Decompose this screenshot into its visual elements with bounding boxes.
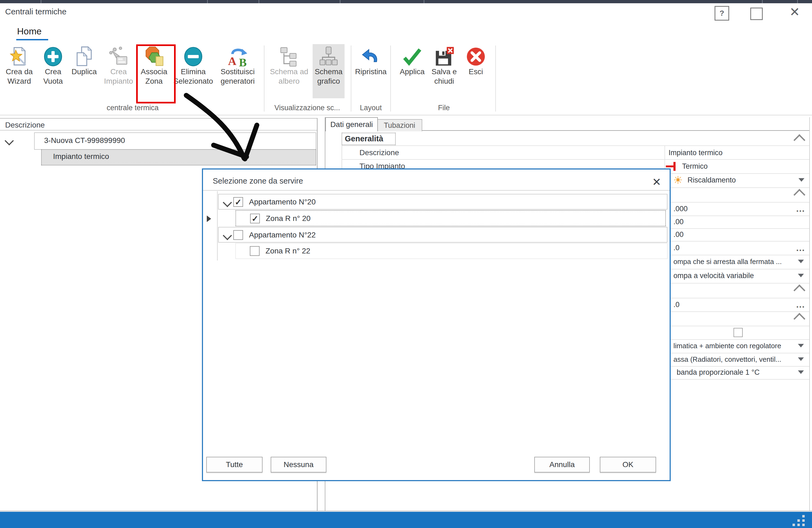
resize-grip[interactable] — [793, 524, 795, 526]
section-row[interactable] — [671, 311, 809, 326]
resize-grip[interactable] — [802, 519, 805, 522]
ellipsis-button[interactable]: … — [796, 245, 806, 251]
check-icon: ✓ — [235, 197, 242, 207]
tree-collapse-icon[interactable] — [223, 198, 232, 207]
property-row[interactable]: ompa a velocità variabile — [671, 269, 809, 284]
property-row[interactable]: assa (Radiatori, convettori, ventil... — [671, 353, 809, 367]
dropdown-caret-icon[interactable] — [798, 274, 804, 277]
property-value: Impianto termico — [669, 149, 723, 157]
collapse-section-icon[interactable] — [794, 134, 806, 146]
property-row[interactable] — [671, 326, 809, 340]
collapse-section-icon[interactable] — [794, 189, 806, 201]
maximize-button[interactable] — [750, 8, 763, 20]
button-label: Elimina — [181, 67, 206, 76]
checkbox-unchecked[interactable] — [250, 246, 260, 256]
esci-button[interactable]: Esci — [461, 44, 491, 98]
annulla-button[interactable]: Annulla — [534, 457, 590, 472]
ripristina-button[interactable]: Ripristina — [353, 44, 388, 98]
tree-expand-icon[interactable] — [4, 136, 14, 145]
crea-da-wizard-button[interactable]: Crea da Wizard — [3, 44, 36, 98]
dropdown-caret-icon[interactable] — [798, 370, 804, 374]
checkbox-checked[interactable]: ✓ — [233, 197, 243, 207]
section-row[interactable] — [671, 283, 809, 298]
property-row[interactable]: .0 … — [671, 298, 809, 312]
close-icon: ✕ — [652, 176, 661, 188]
property-row[interactable]: .000 … — [671, 202, 809, 216]
ok-button[interactable]: OK — [600, 457, 656, 472]
strip-separator — [762, 0, 763, 3]
duplica-button[interactable]: Duplica — [69, 44, 99, 98]
schema-grafico-button[interactable]: Schema grafico — [313, 44, 345, 98]
button-label: Crea — [111, 67, 127, 76]
button-label: albero — [278, 76, 300, 86]
button-label: Selezionato — [174, 76, 213, 86]
group-label-layout: Layout — [352, 104, 390, 112]
dropdown-caret-icon[interactable] — [798, 260, 804, 263]
strip-separator — [340, 0, 340, 3]
ellipsis-button[interactable]: … — [796, 302, 806, 307]
collapse-section-icon[interactable] — [794, 313, 806, 325]
property-value-clipped: .0 — [673, 301, 680, 309]
zone-tree-row-focused[interactable]: ✓ Zona R n° 20 — [235, 210, 666, 226]
statusbar-top-border — [0, 511, 812, 511]
dropdown-caret-icon[interactable] — [798, 357, 804, 361]
dropdown-caret-icon[interactable] — [798, 178, 804, 182]
tree-collapse-icon[interactable] — [223, 231, 232, 240]
row-indicator-icon — [207, 215, 211, 222]
active-tab-gap — [326, 130, 376, 131]
status-bar — [0, 512, 812, 528]
sostituisci-generatori-button[interactable]: AB Sostituisci generatori — [216, 44, 259, 98]
collapse-section-icon[interactable] — [794, 285, 806, 297]
resize-grip[interactable] — [797, 519, 800, 522]
duplicate-pages-icon — [74, 46, 95, 67]
tab-dati-generali[interactable]: Dati generali — [325, 117, 378, 131]
tab-tubazioni[interactable]: Tubazioni — [377, 119, 422, 131]
property-row[interactable]: .00 — [671, 228, 809, 242]
dialog-title: Selezione zone da servire — [213, 176, 303, 185]
property-row[interactable]: ompa che si arresta alla fermata ... — [671, 255, 809, 269]
close-button[interactable]: ✕ — [787, 4, 802, 19]
button-label: Duplica — [71, 67, 97, 76]
ribbon-separator — [390, 45, 391, 112]
checkbox-unchecked[interactable] — [734, 328, 743, 337]
checkbox-checked[interactable]: ✓ — [250, 214, 260, 223]
tutte-button[interactable]: Tutte — [206, 457, 263, 472]
elimina-selezionato-button[interactable]: Elimina Selezionato — [173, 44, 214, 98]
button-label: Vuota — [43, 76, 63, 86]
checkbox-unchecked[interactable] — [233, 230, 243, 240]
ellipsis-button[interactable]: … — [796, 206, 806, 211]
dialog-title-divider — [203, 190, 670, 191]
resize-grip[interactable] — [802, 515, 805, 517]
resize-grip[interactable] — [802, 524, 805, 526]
zone-tree-row[interactable]: ✓ Appartamento N°20 — [218, 194, 667, 210]
button-label: Salva e — [432, 67, 456, 76]
graphic-schema-icon — [318, 46, 339, 67]
resize-grip[interactable] — [797, 524, 800, 526]
tab-home[interactable]: Home — [17, 26, 42, 37]
applica-button[interactable]: Applica — [396, 44, 429, 98]
button-label: Schema — [315, 67, 343, 76]
help-button[interactable]: ? — [714, 6, 729, 20]
property-row[interactable]: .0 … — [671, 241, 809, 255]
app-window: Centrali termiche ? ✕ Home Crea da Wizar… — [0, 0, 812, 528]
zone-label: Zona R n° 20 — [266, 214, 310, 223]
svg-text:A: A — [228, 55, 236, 67]
crea-vuota-button[interactable]: Crea Vuota — [38, 44, 68, 98]
dialog-close-button[interactable]: ✕ — [649, 174, 664, 189]
schema-ad-albero-button: Schema ad albero — [267, 44, 311, 98]
tree-root-label: 3-Nuova CT-999899990 — [44, 136, 125, 145]
zone-tree-row[interactable]: Appartamento N°22 — [218, 227, 667, 243]
zone-label: Appartamento N°22 — [249, 231, 316, 239]
property-row[interactable]: limatica + ambiente con regolatore — [671, 339, 809, 353]
property-row[interactable]: .00 — [671, 215, 809, 229]
zone-tree-row[interactable]: Zona R n° 22 — [235, 243, 667, 259]
property-value-clipped: .0 — [673, 244, 680, 252]
property-row[interactable]: banda proporzionale 1 °C — [671, 366, 809, 380]
tree-child-label: Impianto termico — [53, 152, 109, 161]
nessuna-button[interactable]: Nessuna — [271, 457, 327, 472]
salva-e-chiudi-button[interactable]: Salva e chiudi — [429, 44, 460, 98]
crea-impianto-button: Crea Impianto — [102, 44, 135, 98]
property-row[interactable]: Descrizione Impianto termico — [342, 146, 809, 160]
dropdown-caret-icon[interactable] — [798, 344, 804, 347]
heating-sun-icon: ☀ — [673, 174, 683, 186]
